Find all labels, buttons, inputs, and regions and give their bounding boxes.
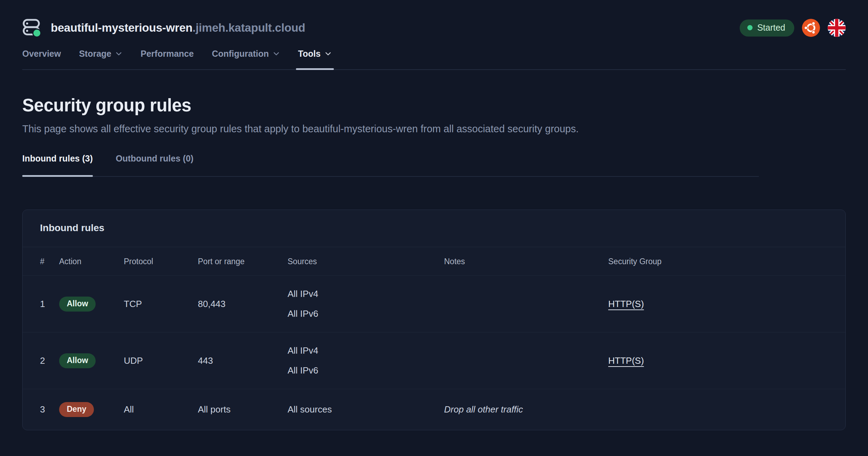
status-dot-icon — [747, 25, 753, 30]
table-header-row: # Action Protocol Port or range Sources … — [23, 247, 845, 276]
nav-performance-label: Performance — [140, 49, 194, 59]
rule-notes: Drop all other traffic — [444, 389, 608, 430]
rule-notes — [444, 276, 608, 332]
primary-nav: Overview Storage Performance Configurati… — [22, 49, 846, 70]
rule-sources: All sources — [288, 389, 444, 430]
source-line: All IPv6 — [288, 304, 444, 324]
table-row: 3 Deny All All ports All sources Drop al… — [23, 389, 845, 430]
page: beautiful-mysterious-wren.jimeh.katapult… — [0, 0, 868, 456]
col-header-protocol: Protocol — [124, 247, 198, 276]
rule-ports: 443 — [198, 332, 288, 389]
server-stack-icon — [22, 18, 42, 38]
col-header-notes: Notes — [444, 247, 608, 276]
page-description: This page shows all effective security g… — [22, 123, 846, 135]
topbar-right: Started — [740, 19, 846, 37]
status-label: Started — [757, 23, 785, 33]
hostname-text: beautiful-mysterious-wren — [51, 21, 193, 34]
rule-number: 2 — [23, 332, 59, 389]
nav-item-performance[interactable]: Performance — [140, 49, 194, 69]
uk-flag-icon — [828, 19, 846, 37]
tab-outbound-rules[interactable]: Outbound rules (0) — [116, 154, 194, 176]
source-line: All IPv4 — [288, 284, 444, 304]
col-header-port: Port or range — [198, 247, 288, 276]
rule-number: 3 — [23, 389, 59, 430]
table-row: 2 Allow UDP 443 All IPv4 All IPv6 HTTP(S… — [23, 332, 845, 389]
rule-protocol: All — [124, 389, 198, 430]
card-title: Inbound rules — [23, 210, 845, 247]
col-header-action: Action — [59, 247, 124, 276]
topbar: beautiful-mysterious-wren.jimeh.katapult… — [22, 0, 846, 38]
nav-overview-label: Overview — [22, 49, 61, 59]
status-badge: Started — [740, 19, 794, 37]
security-group-link[interactable]: HTTP(S) — [608, 299, 644, 309]
rules-tabs: Inbound rules (3) Outbound rules (0) — [22, 154, 759, 177]
rule-number: 1 — [23, 276, 59, 332]
rule-protocol: UDP — [124, 332, 198, 389]
rule-notes — [444, 332, 608, 389]
table-row: 1 Allow TCP 80,443 All IPv4 All IPv6 HTT… — [23, 276, 845, 332]
source-line: All IPv6 — [288, 361, 444, 380]
action-badge: Allow — [59, 297, 96, 312]
chevron-down-icon — [324, 50, 332, 57]
rule-security-group-empty — [608, 389, 845, 430]
page-hostname: beautiful-mysterious-wren.jimeh.katapult… — [51, 21, 305, 34]
tab-inbound-rules[interactable]: Inbound rules (3) — [22, 154, 93, 176]
rule-ports: All ports — [198, 389, 288, 430]
nav-item-configuration[interactable]: Configuration — [212, 49, 280, 69]
col-header-num: # — [23, 247, 59, 276]
inbound-rules-card: Inbound rules # Action Protocol Port or … — [22, 210, 846, 430]
rule-ports: 80,443 — [198, 276, 288, 332]
chevron-down-icon — [273, 50, 280, 57]
rule-sources: All IPv4 All IPv6 — [288, 276, 444, 332]
col-header-sources: Sources — [288, 247, 444, 276]
action-badge: Allow — [59, 353, 96, 368]
source-line: All sources — [288, 400, 444, 419]
security-group-link[interactable]: HTTP(S) — [608, 355, 644, 366]
page-title: Security group rules — [22, 95, 846, 116]
source-line: All IPv4 — [288, 341, 444, 361]
rule-sources: All IPv4 All IPv6 — [288, 332, 444, 389]
action-badge: Deny — [59, 402, 94, 417]
nav-item-storage[interactable]: Storage — [79, 49, 122, 69]
nav-configuration-label: Configuration — [212, 49, 269, 59]
rules-table: # Action Protocol Port or range Sources … — [23, 247, 845, 430]
col-header-security-group: Security Group — [608, 247, 845, 276]
nav-tools-label: Tools — [298, 49, 321, 59]
ubuntu-logo-icon — [802, 19, 820, 37]
chevron-down-icon — [115, 50, 122, 57]
nav-storage-label: Storage — [79, 49, 111, 59]
hostname-domain-text: .jimeh.katapult.cloud — [193, 21, 305, 34]
rule-protocol: TCP — [124, 276, 198, 332]
nav-item-tools[interactable]: Tools — [298, 49, 332, 69]
nav-item-overview[interactable]: Overview — [22, 49, 61, 69]
